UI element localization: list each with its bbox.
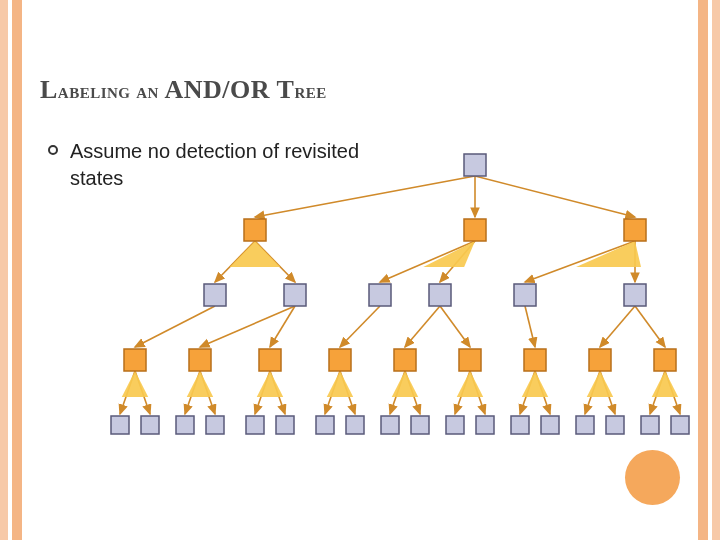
or-node: [284, 284, 306, 306]
title-text: ree: [294, 79, 326, 103]
svg-line-12: [340, 306, 380, 347]
svg-line-17: [635, 306, 665, 347]
svg-line-10: [200, 306, 295, 347]
svg-line-16: [600, 306, 635, 347]
or-node: [369, 284, 391, 306]
and-node: [329, 349, 351, 371]
or-node: [576, 416, 594, 434]
or-node: [624, 284, 646, 306]
and-node: [394, 349, 416, 371]
or-node: [541, 416, 559, 434]
svg-line-2: [475, 176, 635, 217]
and-node: [464, 219, 486, 241]
title-text: AND/OR: [159, 75, 277, 104]
decor-stripe: [12, 0, 22, 540]
bullet-marker-icon: [48, 145, 58, 155]
or-node: [429, 284, 451, 306]
or-node: [411, 416, 429, 434]
title-text: abeling an: [58, 79, 159, 103]
and-node: [589, 349, 611, 371]
and-node: [124, 349, 146, 371]
or-node: [204, 284, 226, 306]
decor-circle: [625, 450, 680, 505]
and-node: [654, 349, 676, 371]
title-text: L: [40, 75, 58, 104]
or-node: [606, 416, 624, 434]
svg-line-9: [135, 306, 215, 347]
svg-line-15: [525, 306, 535, 347]
or-node: [514, 284, 536, 306]
or-node: [511, 416, 529, 434]
and-node: [459, 349, 481, 371]
or-node: [641, 416, 659, 434]
or-node: [246, 416, 264, 434]
title-text: T: [277, 75, 295, 104]
svg-line-0: [255, 176, 475, 217]
or-node: [141, 416, 159, 434]
or-node: [446, 416, 464, 434]
or-node: [206, 416, 224, 434]
or-node: [346, 416, 364, 434]
decor-stripe: [712, 0, 720, 540]
decor-stripe: [0, 0, 8, 540]
or-node: [671, 416, 689, 434]
and-node: [189, 349, 211, 371]
or-node: [381, 416, 399, 434]
or-node: [276, 416, 294, 434]
or-node: [111, 416, 129, 434]
and-node: [624, 219, 646, 241]
and-node: [244, 219, 266, 241]
or-node: [464, 154, 486, 176]
and-node: [259, 349, 281, 371]
or-node: [176, 416, 194, 434]
svg-line-14: [440, 306, 470, 347]
slide-title: Labeling an AND/OR Tree: [40, 75, 327, 105]
and-or-tree-diagram: [80, 145, 700, 495]
or-node: [476, 416, 494, 434]
svg-line-13: [405, 306, 440, 347]
and-node: [524, 349, 546, 371]
or-node: [316, 416, 334, 434]
